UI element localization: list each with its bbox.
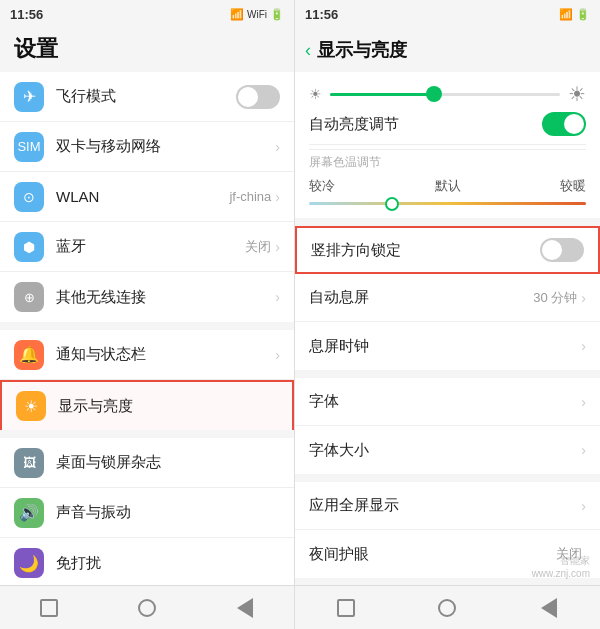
temperature-section-label: 屏幕色温调节 <box>309 149 586 173</box>
right-back-circle-icon <box>438 599 456 617</box>
brightness-slider-track[interactable] <box>330 93 560 96</box>
wifi-value: jf-china <box>229 189 271 204</box>
desktop-icon: 🖼 <box>14 448 44 478</box>
nav-recent-button[interactable] <box>231 594 259 622</box>
sun-large-icon: ☀ <box>568 82 586 106</box>
right-settings-group-fullscreen: 应用全屏显示 › 夜间护眼 关闭 <box>295 482 600 578</box>
temp-cool-label: 较冷 <box>309 177 335 195</box>
airplane-toggle[interactable] <box>236 85 280 109</box>
temperature-labels-row: 较冷 默认 较暖 <box>309 173 586 199</box>
sim-chevron: › <box>275 139 280 155</box>
brightness-slider-row: ☀ ☀ <box>309 82 586 106</box>
wifi-icon-item: ⊙ <box>14 182 44 212</box>
right-status-bar: 11:56 📶 🔋 <box>295 0 600 28</box>
right-settings-item-fullscreen[interactable]: 应用全屏显示 › <box>295 482 600 530</box>
right-nav-back-button[interactable] <box>433 594 461 622</box>
left-time: 11:56 <box>10 7 43 22</box>
sim-label: 双卡与移动网络 <box>56 137 275 156</box>
font-size-label: 字体大小 <box>309 441 581 460</box>
dnd-icon: 🌙 <box>14 548 44 578</box>
bluetooth-icon: ⬢ <box>14 232 44 262</box>
screen-clock-label: 息屏时钟 <box>309 337 581 356</box>
settings-item-bluetooth[interactable]: ⬢ 蓝牙 关闭 › <box>0 222 294 272</box>
settings-item-wifi[interactable]: ⊙ WLAN jf-china › <box>0 172 294 222</box>
other-wireless-chevron: › <box>275 289 280 305</box>
airplane-label: 飞行模式 <box>56 87 236 106</box>
right-nav-home-button[interactable] <box>332 594 360 622</box>
wifi-icon: WiFi <box>247 9 267 20</box>
right-settings-group-screen: 竖排方向锁定 自动息屏 30 分钟 › 息屏时钟 › <box>295 226 600 370</box>
home-square-icon <box>40 599 58 617</box>
right-time: 11:56 <box>305 7 338 22</box>
auto-sleep-value: 30 分钟 <box>533 289 577 307</box>
nav-home-button[interactable] <box>35 594 63 622</box>
auto-brightness-label: 自动亮度调节 <box>309 115 542 134</box>
settings-group-customization: 🖼 桌面与锁屏杂志 🔊 声音与振动 🌙 免打扰 <box>0 438 294 585</box>
right-settings-item-screen-clock[interactable]: 息屏时钟 › <box>295 322 600 370</box>
wifi-label: WLAN <box>56 188 229 205</box>
right-page-header: ‹ 显示与亮度 <box>295 28 600 72</box>
right-content: ☀ ☀ 自动亮度调节 屏幕色温调节 较冷 默认 较暖 <box>295 72 600 585</box>
settings-group-display: 🔔 通知与状态栏 › ☀ 显示与亮度 <box>0 330 294 430</box>
left-bottom-nav <box>0 585 294 629</box>
orientation-toggle[interactable] <box>540 238 584 262</box>
display-icon: ☀ <box>16 391 46 421</box>
airplane-icon: ✈ <box>14 82 44 112</box>
sound-label: 声音与振动 <box>56 503 280 522</box>
wifi-chevron: › <box>275 189 280 205</box>
right-settings-item-font-size[interactable]: 字体大小 › <box>295 426 600 474</box>
right-settings-item-font[interactable]: 字体 › <box>295 378 600 426</box>
settings-item-desktop[interactable]: 🖼 桌面与锁屏杂志 <box>0 438 294 488</box>
battery-icon: 🔋 <box>270 8 284 21</box>
right-settings-group-font: 字体 › 字体大小 › <box>295 378 600 474</box>
auto-brightness-toggle[interactable] <box>542 112 586 136</box>
notification-icon: 🔔 <box>14 340 44 370</box>
left-page-title: 设置 <box>14 34 280 64</box>
right-settings-item-auto-sleep[interactable]: 自动息屏 30 分钟 › <box>295 274 600 322</box>
notification-chevron: › <box>275 347 280 363</box>
temp-default-label: 默认 <box>435 177 461 195</box>
fullscreen-label: 应用全屏显示 <box>309 496 581 515</box>
nav-back-button[interactable] <box>133 594 161 622</box>
settings-item-notification[interactable]: 🔔 通知与状态栏 › <box>0 330 294 380</box>
temperature-slider-track[interactable] <box>309 202 586 205</box>
temp-warm-label: 较暖 <box>560 177 586 195</box>
settings-item-sound[interactable]: 🔊 声音与振动 <box>0 488 294 538</box>
left-settings-list: ✈ 飞行模式 SIM 双卡与移动网络 › ⊙ WLAN jf-china › ⬢… <box>0 72 294 585</box>
left-page-header: 设置 <box>0 28 294 72</box>
night-mode-label: 夜间护眼 <box>309 545 556 564</box>
right-settings-item-orientation[interactable]: 竖排方向锁定 <box>295 226 600 274</box>
bluetooth-label: 蓝牙 <box>56 237 245 256</box>
font-label: 字体 <box>309 392 581 411</box>
brightness-slider-fill <box>330 93 434 96</box>
right-settings-item-night-mode[interactable]: 夜间护眼 关闭 <box>295 530 600 578</box>
font-chevron: › <box>581 394 586 410</box>
right-signal-icon: 📶 <box>559 8 573 21</box>
sun-small-icon: ☀ <box>309 86 322 102</box>
right-page-title: 显示与亮度 <box>317 38 407 62</box>
settings-item-sim[interactable]: SIM 双卡与移动网络 › <box>0 122 294 172</box>
desktop-label: 桌面与锁屏杂志 <box>56 453 280 472</box>
auto-sleep-chevron: › <box>581 290 586 306</box>
settings-group-connectivity: ✈ 飞行模式 SIM 双卡与移动网络 › ⊙ WLAN jf-china › ⬢… <box>0 72 294 322</box>
back-arrow-icon[interactable]: ‹ <box>305 40 311 61</box>
bluetooth-chevron: › <box>275 239 280 255</box>
settings-item-display[interactable]: ☀ 显示与亮度 <box>0 380 294 430</box>
sim-icon: SIM <box>14 132 44 162</box>
settings-item-airplane[interactable]: ✈ 飞行模式 <box>0 72 294 122</box>
brightness-slider-thumb <box>426 86 442 102</box>
settings-item-other-wireless[interactable]: ⊕ 其他无线连接 › <box>0 272 294 322</box>
right-bottom-nav <box>295 585 600 629</box>
left-status-icons: 📶 WiFi 🔋 <box>230 8 284 21</box>
right-battery-icon: 🔋 <box>576 8 590 21</box>
display-label: 显示与亮度 <box>58 397 278 416</box>
temperature-section: 屏幕色温调节 较冷 默认 较暖 <box>309 145 586 205</box>
dnd-label: 免打扰 <box>56 554 280 573</box>
right-panel: 11:56 📶 🔋 ‹ 显示与亮度 ☀ ☀ 自动亮度调节 <box>295 0 600 629</box>
right-nav-recent-button[interactable] <box>535 594 563 622</box>
bluetooth-value: 关闭 <box>245 238 271 256</box>
back-circle-icon <box>138 599 156 617</box>
temperature-slider-thumb <box>385 197 399 211</box>
settings-item-dnd[interactable]: 🌙 免打扰 <box>0 538 294 585</box>
other-wireless-icon: ⊕ <box>14 282 44 312</box>
